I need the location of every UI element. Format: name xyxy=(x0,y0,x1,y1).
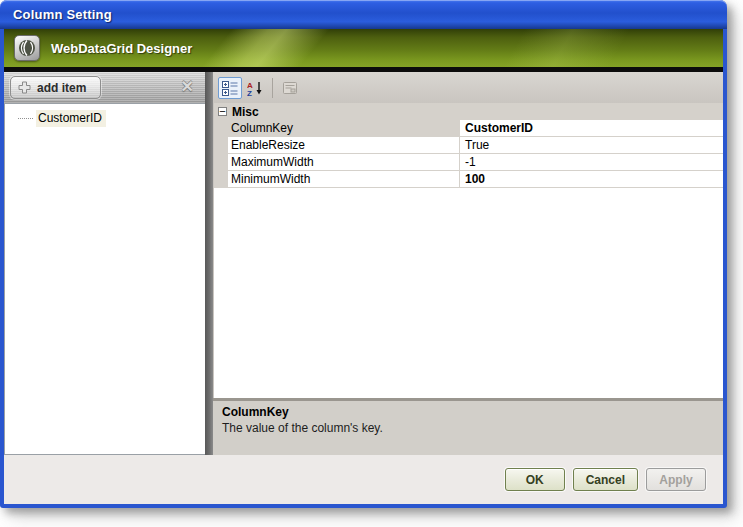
property-grid-empty-area xyxy=(214,188,723,398)
description-text: The value of the column's key. xyxy=(222,421,714,435)
webdatagrid-designer-icon xyxy=(14,35,40,61)
dialog-body: add item ✕ CustomerID xyxy=(4,72,723,455)
titlebar[interactable]: Column Setting xyxy=(0,0,727,29)
property-grid-toolbar: A Z xyxy=(213,72,723,103)
list-item-customerid[interactable]: CustomerID xyxy=(5,110,205,127)
list-item-label: CustomerID xyxy=(36,110,106,127)
columns-toolbar: add item ✕ xyxy=(4,72,205,103)
cancel-button[interactable]: Cancel xyxy=(573,468,638,491)
column-list: CustomerID xyxy=(4,103,205,455)
column-setting-dialog: Column Setting WebDataGrid Designer add … xyxy=(0,0,727,508)
description-title: ColumnKey xyxy=(222,405,714,419)
az-sort-icon: A Z xyxy=(247,80,263,96)
property-row-enableresize[interactable]: EnableResize True xyxy=(214,137,723,154)
property-value[interactable]: True xyxy=(459,137,723,153)
dialog-footer: OK Cancel Apply xyxy=(4,455,723,504)
columns-panel: add item ✕ CustomerID xyxy=(4,72,205,455)
window-title: Column Setting xyxy=(13,7,112,22)
delete-item-icon[interactable]: ✕ xyxy=(181,77,194,96)
apply-button: Apply xyxy=(646,468,706,491)
property-row-minimumwidth[interactable]: MinimumWidth 100 xyxy=(214,171,723,188)
add-item-label: add item xyxy=(37,81,86,95)
property-panel: A Z − Misc xyxy=(213,72,723,455)
add-item-button[interactable]: add item xyxy=(10,76,101,99)
banner-title: WebDataGrid Designer xyxy=(51,41,192,56)
property-name: ColumnKey xyxy=(228,120,293,136)
property-name: EnableResize xyxy=(228,137,305,153)
property-description-pane: ColumnKey The value of the column's key. xyxy=(213,398,723,455)
category-row-misc[interactable]: − Misc xyxy=(214,103,723,120)
categorized-icon xyxy=(222,80,238,96)
row-indent xyxy=(214,171,228,187)
globe-logo-icon xyxy=(18,39,36,57)
property-row-columnkey[interactable]: ColumnKey CustomerID xyxy=(214,120,723,137)
alphabetical-sort-button[interactable]: A Z xyxy=(243,77,267,99)
property-name: MaximumWidth xyxy=(228,154,314,170)
property-value[interactable]: CustomerID xyxy=(459,120,723,136)
collapse-icon[interactable]: − xyxy=(218,107,227,116)
row-indent xyxy=(214,137,228,153)
ok-button[interactable]: OK xyxy=(505,468,565,491)
categorized-view-button[interactable] xyxy=(218,77,242,99)
designer-banner: WebDataGrid Designer xyxy=(4,29,723,67)
plus-icon xyxy=(18,81,31,94)
row-indent xyxy=(214,154,228,170)
toolbar-separator xyxy=(272,78,273,98)
property-pages-icon xyxy=(282,81,298,95)
property-grid: − Misc ColumnKey CustomerID EnableResize… xyxy=(213,103,723,398)
property-pages-button xyxy=(278,77,302,99)
property-value[interactable]: 100 xyxy=(459,171,723,187)
property-name: MinimumWidth xyxy=(228,171,310,187)
property-value[interactable]: -1 xyxy=(459,154,723,170)
category-label: Misc xyxy=(232,105,259,119)
row-indent xyxy=(214,120,228,136)
property-row-maximumwidth[interactable]: MaximumWidth -1 xyxy=(214,154,723,171)
svg-text:Z: Z xyxy=(247,88,252,96)
panel-divider[interactable] xyxy=(205,72,213,455)
